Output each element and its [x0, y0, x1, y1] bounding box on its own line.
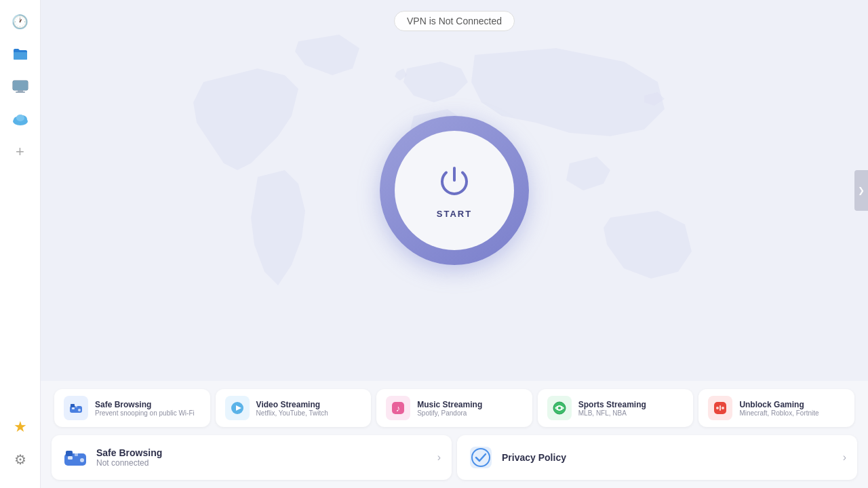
main-content: VPN is Not Connected [41, 0, 868, 488]
power-ring-outer: START [380, 116, 529, 265]
video-streaming-text: Video Streaming Netflix, YouTube, Twitch [256, 400, 328, 417]
svg-rect-29 [470, 447, 492, 468]
header: VPN is Not Connected [41, 0, 868, 42]
safe-browsing-status-title: Safe Browsing [96, 447, 429, 458]
svg-rect-28 [75, 453, 78, 456]
privacy-policy-chevron-right-icon: › [843, 451, 846, 464]
svg-point-11 [78, 409, 81, 411]
safe-browsing-status-icon [62, 445, 88, 470]
chevron-right-icon: ❯ [858, 186, 865, 195]
sidebar: 🕐 + ★ ⚙ [0, 0, 41, 488]
svg-point-22 [722, 407, 724, 409]
start-label: START [437, 209, 472, 219]
svg-rect-2 [13, 81, 28, 90]
safe-browsing-subtitle: Prevent snooping on public Wi-Fi [95, 409, 195, 417]
svg-point-21 [716, 407, 719, 409]
safe-browsing-status-subtitle: Not connected [96, 458, 429, 468]
unblock-gaming-title: Unblock Gaming [739, 400, 818, 409]
power-icon [437, 163, 472, 203]
folder-icon[interactable] [7, 41, 34, 68]
privacy-policy-icon [468, 445, 494, 470]
feature-card-safe-browsing[interactable]: Safe Browsing Prevent snooping on public… [54, 389, 210, 427]
sports-streaming-subtitle: MLB, NFL, NBA [578, 409, 646, 417]
svg-rect-25 [68, 456, 73, 460]
music-streaming-title: Music Streaming [417, 400, 482, 409]
desktop-icon[interactable] [7, 73, 34, 100]
svg-rect-4 [16, 92, 25, 93]
safe-browsing-status-text: Safe Browsing Not connected [96, 447, 429, 468]
start-button[interactable]: START [395, 131, 514, 250]
svg-rect-0 [14, 52, 27, 60]
svg-text:♪: ♪ [396, 403, 401, 413]
privacy-policy-card[interactable]: Privacy Policy › [457, 435, 857, 480]
video-streaming-subtitle: Netflix, YouTube, Twitch [256, 409, 328, 417]
svg-rect-12 [71, 404, 75, 407]
feature-card-unblock-gaming[interactable]: Unblock Gaming Minecraft, Roblox, Fortni… [698, 389, 854, 427]
svg-point-8 [16, 115, 24, 121]
cloud-icon[interactable] [7, 106, 34, 133]
svg-rect-10 [72, 407, 75, 409]
svg-rect-3 [18, 90, 23, 92]
vpn-status-text: VPN is Not Connected [407, 16, 502, 26]
safe-browsing-chevron-right-icon: › [437, 451, 441, 464]
gaming-icon [708, 396, 732, 420]
right-panel-toggle[interactable]: ❯ [854, 170, 868, 211]
bottom-cards-row: Safe Browsing Not connected › Privacy Po… [41, 435, 868, 488]
privacy-policy-text: Privacy Policy [502, 452, 835, 463]
clock-icon[interactable]: 🕐 [7, 8, 34, 35]
svg-rect-13 [75, 405, 77, 407]
privacy-policy-title: Privacy Policy [502, 452, 835, 463]
unblock-gaming-text: Unblock Gaming Minecraft, Roblox, Fortni… [739, 400, 818, 417]
vpn-status-badge: VPN is Not Connected [394, 11, 515, 31]
video-streaming-title: Video Streaming [256, 400, 328, 409]
safe-browsing-status-card[interactable]: Safe Browsing Not connected › [52, 435, 452, 480]
feature-cards-row: Safe Browsing Prevent snooping on public… [41, 381, 868, 435]
power-button-area: START [380, 116, 529, 265]
settings-icon[interactable]: ⚙ [7, 446, 34, 473]
svg-rect-27 [66, 451, 73, 456]
feature-card-music-streaming[interactable]: ♪ Music Streaming Spotify, Pandora [376, 389, 532, 427]
star-icon[interactable]: ★ [7, 413, 34, 441]
map-area: START ❯ [41, 0, 868, 381]
sports-streaming-icon [547, 396, 572, 420]
unblock-gaming-subtitle: Minecraft, Roblox, Fortnite [739, 409, 818, 417]
svg-rect-23 [719, 405, 721, 411]
sports-streaming-text: Sports Streaming MLB, NFL, NBA [578, 400, 646, 417]
svg-point-26 [80, 458, 84, 462]
sports-streaming-title: Sports Streaming [578, 400, 646, 409]
safe-browsing-text: Safe Browsing Prevent snooping on public… [95, 400, 195, 417]
music-streaming-text: Music Streaming Spotify, Pandora [417, 400, 482, 417]
safe-browsing-icon [64, 396, 88, 420]
safe-browsing-title: Safe Browsing [95, 400, 195, 409]
feature-card-video-streaming[interactable]: Video Streaming Netflix, YouTube, Twitch [216, 389, 372, 427]
video-streaming-icon [225, 396, 250, 420]
music-streaming-subtitle: Spotify, Pandora [417, 409, 482, 417]
bottom-section: Safe Browsing Prevent snooping on public… [41, 381, 868, 488]
add-icon[interactable]: + [7, 138, 34, 165]
music-streaming-icon: ♪ [386, 396, 410, 420]
feature-card-sports-streaming[interactable]: Sports Streaming MLB, NFL, NBA [538, 389, 694, 427]
